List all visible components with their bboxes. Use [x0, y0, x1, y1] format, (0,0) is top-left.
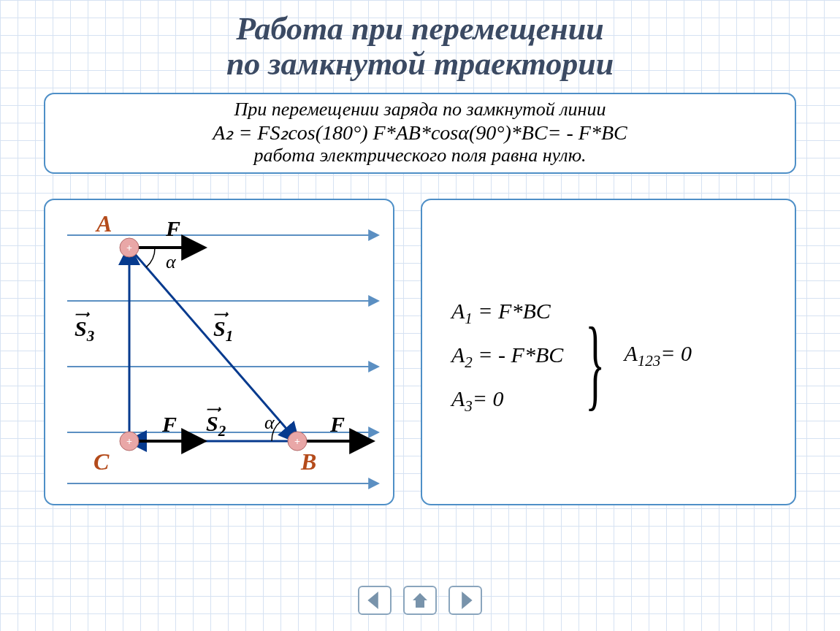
- equations-panel: A1 = F*BC A2 = - F*BC A3= 0 } A123= 0: [421, 199, 796, 505]
- point-C-label: C: [93, 448, 109, 475]
- force-label-B: F: [330, 412, 345, 437]
- diagram-panel: + + + A B C F F F α α ⟶S1 ⟶S2 ⟶S3: [44, 199, 394, 505]
- svg-text:+: +: [294, 435, 300, 446]
- home-icon: [411, 592, 429, 609]
- summary-line2: работа электрического поля равна нулю.: [60, 145, 780, 167]
- eq-result: A123= 0: [624, 341, 692, 370]
- vector-S3-label: ⟶S3: [75, 313, 94, 345]
- eq-A3: A3= 0: [451, 378, 563, 421]
- prev-button[interactable]: [358, 586, 392, 615]
- angle-label-B: α: [264, 412, 275, 434]
- angle-label-A: α: [166, 251, 176, 273]
- point-B-label: B: [301, 448, 316, 475]
- svg-text:+: +: [126, 435, 132, 446]
- summary-panel: При перемещении заряда по замкнутой лини…: [44, 93, 796, 174]
- force-label-C: F: [162, 412, 177, 437]
- eq-A2: A2 = - F*BC: [451, 334, 563, 378]
- chevron-right-icon: [457, 592, 474, 609]
- point-A-label: A: [96, 210, 112, 237]
- next-button[interactable]: [448, 586, 482, 615]
- force-label-A: F: [166, 216, 180, 241]
- vector-S2-label: ⟶S2: [206, 408, 226, 440]
- summary-formula: A₂ = FS₂cos(180°) F*AB*cosα(90°)*BC= - F…: [213, 121, 627, 144]
- chevron-left-icon: [366, 592, 383, 609]
- eq-A1: A1 = F*BC: [451, 290, 563, 334]
- home-button[interactable]: [403, 586, 437, 615]
- summary-line1: При перемещении заряда по замкнутой лини…: [60, 99, 780, 121]
- slide-title: Работа при перемещении по замкнутой трае…: [29, 12, 811, 83]
- svg-text:+: +: [126, 242, 132, 253]
- vector-S1-label: ⟶S1: [213, 313, 233, 345]
